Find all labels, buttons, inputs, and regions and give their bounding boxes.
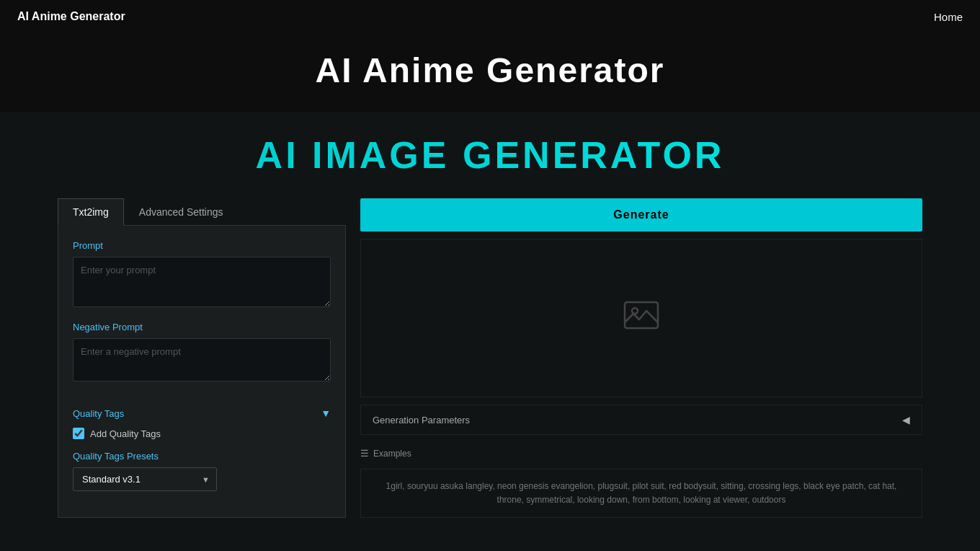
tab-txt2img[interactable]: Txt2img xyxy=(58,198,124,226)
quality-tags-label: Quality Tags xyxy=(73,408,124,419)
examples-bar: ☰ Examples xyxy=(360,442,922,462)
tab-advanced-settings[interactable]: Advanced Settings xyxy=(124,198,239,226)
add-quality-tags-row: Add Quality Tags xyxy=(73,428,331,439)
svg-rect-0 xyxy=(625,302,658,328)
image-placeholder-icon xyxy=(623,301,659,336)
examples-icon: ☰ xyxy=(360,448,369,459)
quality-tags-header[interactable]: Quality Tags ▼ xyxy=(73,407,331,419)
tabs: Txt2img Advanced Settings xyxy=(58,198,346,226)
negative-prompt-label: Negative Prompt xyxy=(73,322,331,332)
presets-group: Quality Tags Presets Standard v3.1 ▼ xyxy=(73,451,331,491)
page-title-section: AI Anime Generator xyxy=(0,33,980,112)
navbar: AI Anime Generator Home xyxy=(0,0,980,33)
home-link[interactable]: Home xyxy=(934,11,963,23)
negative-prompt-group: Negative Prompt xyxy=(73,322,331,396)
chevron-down-icon: ▼ xyxy=(321,407,331,419)
add-quality-tags-checkbox[interactable] xyxy=(73,428,84,439)
image-area xyxy=(360,239,922,397)
navbar-brand: AI Anime Generator xyxy=(17,10,125,23)
examples-label: Examples xyxy=(373,449,411,459)
svg-point-1 xyxy=(632,308,638,314)
gen-params-bar[interactable]: Generation Parameters ◀ xyxy=(360,405,922,435)
right-panel: Generate Generation Parameters ◀ ☰ xyxy=(360,198,922,518)
prompt-label: Prompt xyxy=(73,240,331,251)
main-container: AI IMAGE GENERATOR Txt2img Advanced Sett… xyxy=(0,112,980,551)
left-panel: Txt2img Advanced Settings Prompt Negativ… xyxy=(58,198,346,518)
preset-select[interactable]: Standard v3.1 xyxy=(73,467,217,491)
gen-params-collapse-icon: ◀ xyxy=(902,414,910,426)
gen-params-label: Generation Parameters xyxy=(373,415,470,426)
negative-prompt-input[interactable] xyxy=(73,338,331,382)
example-text-box: 1girl, souryuu asuka langley, neon genes… xyxy=(360,469,922,518)
add-quality-tags-label: Add Quality Tags xyxy=(90,428,161,439)
generate-button[interactable]: Generate xyxy=(360,198,922,232)
page-title: AI Anime Generator xyxy=(0,50,980,90)
presets-label: Quality Tags Presets xyxy=(73,451,331,462)
hero-title: AI IMAGE GENERATOR xyxy=(29,133,951,177)
content-grid: Txt2img Advanced Settings Prompt Negativ… xyxy=(58,198,922,518)
prompt-input[interactable] xyxy=(73,257,331,307)
prompt-group: Prompt xyxy=(73,240,331,310)
preset-select-wrapper: Standard v3.1 ▼ xyxy=(73,467,217,491)
form-panel: Prompt Negative Prompt Quality Tags ▼ Ad… xyxy=(58,226,346,518)
